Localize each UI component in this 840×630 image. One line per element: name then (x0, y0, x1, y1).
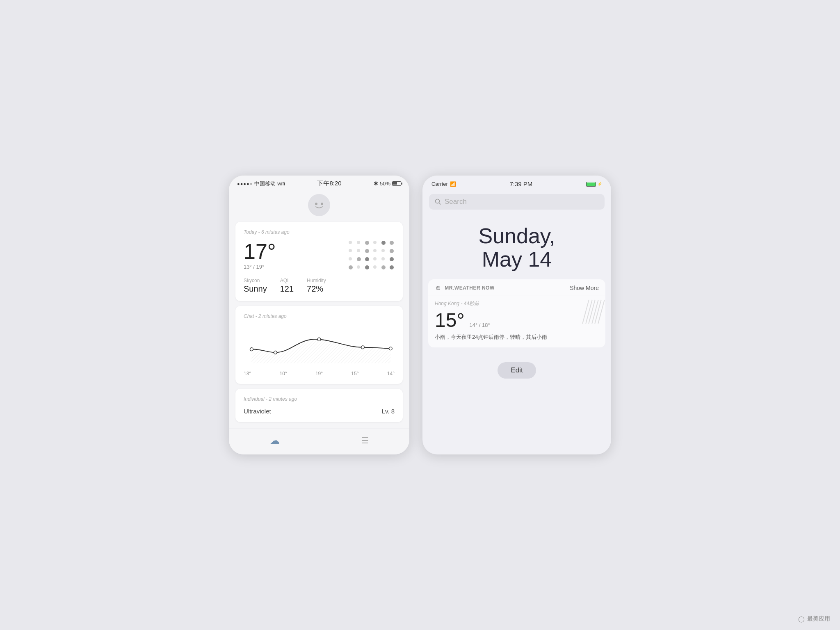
dot (357, 265, 360, 269)
dot (381, 265, 386, 269)
chat-card-label: Chat - 2 miutes ago (244, 313, 395, 319)
time-separator: - (461, 301, 463, 306)
dot (349, 257, 352, 260)
battery-icon (392, 181, 401, 186)
widget-app-icon: ☺ (435, 284, 441, 292)
dot (365, 257, 369, 261)
weather-card-label: Today - 6 miutes ago (244, 229, 395, 235)
show-more-button[interactable]: Show More (570, 285, 599, 291)
cloud-icon[interactable]: ☁ (270, 435, 280, 446)
humidity-val: 72% (307, 284, 326, 294)
svg-point-7 (389, 347, 392, 350)
dot (349, 249, 352, 252)
dot (373, 241, 377, 244)
dot (373, 257, 377, 260)
weather-card-top: 17° 13° / 19° (244, 241, 395, 270)
weather-widget: ☺ MR.WEATHER NOW Show More Hong Kong (428, 279, 605, 347)
skycon-stat: Skycon Sunny (244, 278, 267, 294)
chart-label-1: 10° (279, 371, 287, 377)
carrier-name: 中国移动 (254, 180, 276, 187)
watermark: ◯ 最美应用 (798, 615, 830, 623)
charging-icon: ⚡ (597, 182, 602, 186)
bluetooth-icon: ✱ (374, 180, 378, 187)
svg-point-1 (321, 203, 323, 205)
weather-left: 17° 13° / 19° (244, 241, 276, 270)
widget-header-left: ☺ MR.WEATHER NOW (435, 284, 495, 292)
phone-right: Carrier 📶 7:39 PM ⚡ Search Sund (422, 176, 611, 454)
wifi-icon-right: 📶 (450, 181, 456, 187)
chart-label-2: 19° (315, 371, 323, 377)
dot (357, 249, 360, 252)
aqi-val: 121 (280, 284, 294, 294)
weather-dots (349, 241, 395, 270)
date-line1: Sunday, (431, 224, 603, 248)
date-display: Sunday, May 14 (422, 215, 611, 279)
widget-location-time: Hong Kong - 44秒前 (435, 300, 599, 307)
widget-app-name: MR.WEATHER NOW (445, 285, 494, 291)
signal-dots: ●●●●○ (237, 181, 253, 186)
line-chart (244, 325, 395, 366)
dot (381, 257, 385, 260)
dot (373, 265, 377, 269)
date-line2: May 14 (431, 248, 603, 271)
individual-card-label: Individual - 2 miutes ago (244, 396, 395, 402)
chart-label-3: 15° (351, 371, 358, 377)
search-bar[interactable]: Search (429, 194, 605, 210)
dot (381, 249, 385, 252)
watermark-icon: ◯ (798, 616, 805, 622)
list-icon[interactable]: ☰ (361, 436, 369, 445)
time-left: 下午8:20 (317, 180, 341, 187)
aqi-label: AQI (280, 278, 294, 283)
status-bar-right: Carrier 📶 7:39 PM ⚡ (422, 176, 611, 191)
left-content: Today - 6 miutes ago 17° 13° / 19° (229, 222, 409, 429)
dot (365, 265, 369, 269)
search-placeholder: Search (445, 198, 467, 206)
widget-range: 14° / 18° (470, 322, 490, 328)
date-text: Sunday, May 14 (431, 224, 603, 271)
chart-label-4: 14° (387, 371, 395, 377)
chart-label-0: 13° (244, 371, 251, 377)
battery-bar-right (586, 182, 596, 187)
dot (357, 257, 361, 261)
face-circle (308, 194, 330, 216)
widget-location: Hong Kong (435, 301, 459, 306)
uv-value: Lv. 8 (382, 408, 395, 415)
svg-line-9 (439, 203, 441, 205)
battery-pct: 50% (380, 180, 390, 187)
dot (357, 241, 360, 244)
dot (390, 257, 394, 261)
humidity-label: Humidity (307, 278, 326, 283)
time-right: 7:39 PM (509, 180, 532, 187)
dot (365, 249, 369, 253)
watermark-text: 最美应用 (807, 615, 830, 623)
widget-time-ago: 44秒前 (464, 301, 479, 306)
search-icon (435, 199, 441, 205)
chart-area: 13° 10° 19° 15° 14° (244, 325, 395, 377)
svg-point-3 (250, 348, 253, 351)
chart-labels: 13° 10° 19° 15° 14° (244, 371, 395, 377)
carrier-text: Carrier (431, 181, 448, 187)
aqi-stat: AQI 121 (280, 278, 294, 294)
weather-card: Today - 6 miutes ago 17° 13° / 19° (235, 222, 403, 301)
svg-point-5 (317, 338, 321, 341)
svg-point-6 (361, 346, 365, 349)
edit-button-area: Edit (422, 352, 611, 390)
dot (373, 249, 377, 252)
skycon-label: Skycon (244, 278, 267, 283)
carrier-right: Carrier 📶 (431, 181, 456, 187)
dot (349, 265, 353, 269)
status-bar-left: ●●●●○ 中国移动 wifi 下午8:20 ✱ 50% (229, 176, 409, 190)
phone-left: ●●●●○ 中国移动 wifi 下午8:20 ✱ 50% (229, 176, 409, 454)
uv-label: Ultraviolet (244, 408, 271, 415)
weather-stats: Skycon Sunny AQI 121 Humidity 72% (244, 278, 395, 294)
dot (390, 241, 394, 245)
rain-lines (585, 299, 601, 324)
individual-row: Ultraviolet Lv. 8 (244, 408, 395, 415)
dot (349, 241, 352, 244)
edit-button[interactable]: Edit (498, 362, 536, 379)
status-signal-carrier: ●●●●○ 中国移动 wifi (237, 180, 285, 187)
skycon-val: Sunny (244, 284, 267, 294)
widget-description: 小雨，今天夜里24点钟后雨停，转晴，其后小雨 (435, 333, 599, 341)
svg-point-0 (315, 203, 317, 205)
weather-range: 13° / 19° (244, 264, 276, 270)
